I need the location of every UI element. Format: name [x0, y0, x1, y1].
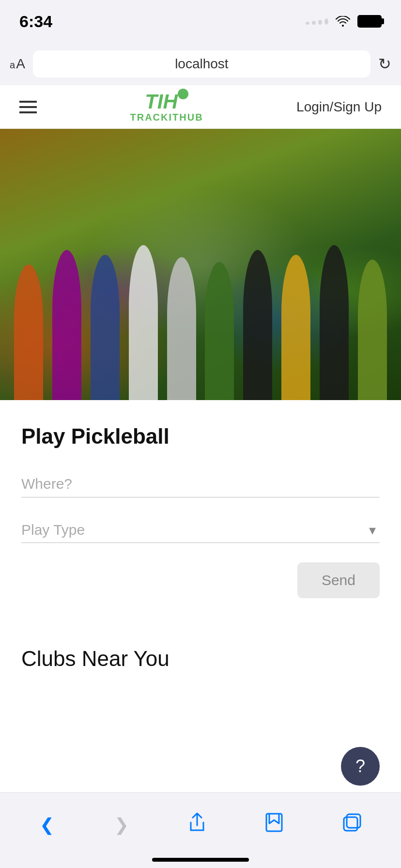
home-bar: [152, 858, 249, 862]
text-size-button[interactable]: a A: [10, 56, 25, 72]
hamburger-menu[interactable]: [19, 101, 37, 113]
back-icon: ❮: [40, 815, 54, 835]
hamburger-line: [19, 101, 37, 103]
hero-image: [0, 129, 401, 400]
send-button[interactable]: Send: [297, 562, 380, 598]
logo-tih: TIH: [145, 91, 188, 112]
logo-sub: TRACKITHUB: [130, 112, 203, 123]
question-mark-icon: ?: [355, 756, 365, 776]
play-type-select[interactable]: Play Type Casual Competitive Open Play T…: [21, 517, 380, 543]
bookmarks-icon: [265, 813, 283, 837]
bottom-nav: ❮ ❯: [0, 793, 401, 852]
reload-button[interactable]: ↻: [378, 55, 391, 73]
logo[interactable]: TIH TRACKITHUB: [130, 91, 203, 123]
bookmarks-button[interactable]: [265, 813, 283, 837]
hero-people: [0, 177, 401, 400]
status-icons: [306, 15, 382, 28]
tabs-button[interactable]: [343, 813, 361, 836]
forward-button[interactable]: ❯: [114, 815, 129, 835]
page-title: Play Pickleball: [21, 424, 380, 449]
nav-bar: TIH TRACKITHUB Login/Sign Up: [0, 85, 401, 129]
person-silhouette: [281, 255, 310, 400]
battery-icon: [357, 15, 382, 28]
url-bar[interactable]: localhost: [33, 50, 370, 78]
person-silhouette: [320, 245, 349, 400]
status-bar: 6:34: [0, 0, 401, 43]
form-section: Play Pickleball Play Type Casual Competi…: [0, 400, 401, 637]
login-signup-button[interactable]: Login/Sign Up: [296, 99, 382, 115]
logo-text: TIH TRACKITHUB: [130, 91, 203, 123]
help-button[interactable]: ?: [341, 747, 380, 786]
where-field: [21, 471, 380, 497]
share-icon: [189, 813, 205, 837]
where-input[interactable]: [21, 471, 380, 497]
person-silhouette: [167, 257, 196, 400]
big-a-label: A: [16, 56, 25, 72]
person-silhouette: [243, 250, 272, 400]
browser-bar: a A localhost ↻: [0, 43, 401, 85]
logo-ball: [178, 89, 188, 99]
person-silhouette: [91, 255, 120, 400]
clubs-title: Clubs Near You: [21, 647, 380, 671]
main-content: TIH TRACKITHUB Login/Sign Up Play Pickle…: [0, 85, 401, 855]
hamburger-line: [19, 106, 37, 108]
play-type-field: Play Type Casual Competitive Open Play T…: [21, 517, 380, 543]
share-button[interactable]: [189, 813, 205, 837]
bottom-browser-bar: ❮ ❯: [0, 792, 401, 868]
svg-rect-2: [347, 814, 360, 828]
signal-icon: [306, 18, 328, 25]
person-silhouette: [205, 262, 234, 400]
person-silhouette: [14, 264, 43, 400]
back-button[interactable]: ❮: [40, 815, 54, 835]
small-a-label: a: [10, 60, 15, 71]
url-text: localhost: [175, 56, 229, 72]
status-time: 6:34: [19, 12, 52, 31]
person-silhouette: [52, 250, 81, 400]
person-silhouette: [358, 260, 387, 400]
person-silhouette: [129, 245, 158, 400]
svg-rect-1: [344, 817, 357, 831]
tabs-icon: [343, 813, 361, 836]
home-indicator: [0, 852, 401, 868]
send-row: Send: [21, 562, 380, 598]
hamburger-line: [19, 111, 37, 113]
wifi-icon: [335, 16, 351, 27]
forward-icon: ❯: [114, 815, 129, 835]
